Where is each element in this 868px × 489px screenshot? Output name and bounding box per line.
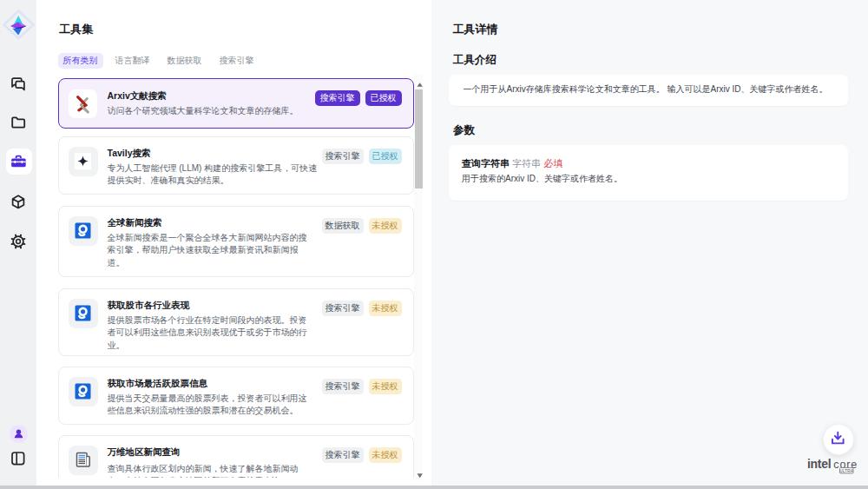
svg-text:ULTRA: ULTRA: [839, 468, 853, 472]
